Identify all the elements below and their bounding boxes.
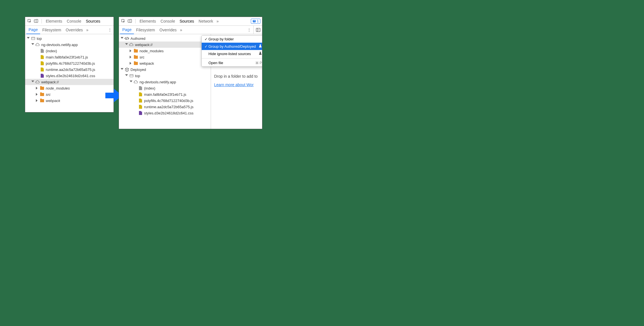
menu-open-file[interactable]: Open file ⌘ P xyxy=(202,59,262,66)
menu-separator xyxy=(202,58,262,58)
tree-node-file[interactable]: runtime.aa2dc5a72b65a575.js xyxy=(119,104,211,110)
tab-sources[interactable]: Sources xyxy=(177,17,196,26)
menu-hide-ignored[interactable]: Hide ignore-listed sources xyxy=(202,50,262,57)
tree-label: main.fa8bfa0e23f1eb71.js xyxy=(144,92,186,97)
tab-elements[interactable]: Elements xyxy=(137,17,158,26)
tree-node-webpack[interactable]: webpack:// xyxy=(119,42,211,48)
kebab-menu-icon[interactable]: ⋮ xyxy=(107,28,112,32)
tree-node-file[interactable]: styles.d3e2b24618d2c641.css xyxy=(25,73,114,79)
tree-node-deployed[interactable]: Deployed xyxy=(119,66,211,73)
menu-label: Group by folder xyxy=(208,37,262,41)
tree-label: (index) xyxy=(46,49,57,53)
tree-label: src xyxy=(46,92,51,97)
tree-node-file[interactable]: main.fa8bfa0e23f1eb71.js xyxy=(25,54,114,60)
context-menu: ✓ Group by folder ✓ Group by Authored/De… xyxy=(201,35,262,67)
tree-node-file[interactable]: polyfills.4c768d7122740d3b.js xyxy=(25,60,114,66)
sources-subtoolbar: Page Filesystem Overrides » ⋮ xyxy=(25,26,114,34)
tree-label: webpack xyxy=(46,99,60,103)
tree-label: styles.d3e2b24618d2c641.css xyxy=(46,74,95,78)
tab-sources[interactable]: Sources xyxy=(84,17,103,26)
issues-badge[interactable]: 1 xyxy=(251,19,260,24)
tree-node-file[interactable]: (index) xyxy=(119,85,211,91)
tree-label: Authored xyxy=(130,36,145,41)
subtab-filesystem[interactable]: Filesystem xyxy=(134,26,157,34)
menu-group-by-authored[interactable]: ✓ Group by Authored/Deployed xyxy=(202,43,262,50)
subtab-page[interactable]: Page xyxy=(26,26,40,34)
tree-label: top xyxy=(135,74,140,78)
tree-label: styles.d3e2b24618d2c641.css xyxy=(144,111,193,115)
check-icon: ✓ xyxy=(204,44,208,49)
tree-node-authored[interactable]: Authored xyxy=(119,35,211,42)
tree-node-top[interactable]: top xyxy=(119,73,211,79)
devtools-panel-right: Elements Console Sources Network » 1 Pag… xyxy=(119,17,262,129)
tree-node-folder[interactable]: webpack xyxy=(25,97,114,104)
main-toolbar: Elements Console Sources Network » 1 xyxy=(119,17,262,26)
flask-icon xyxy=(259,44,262,49)
file-tree-left: top ng-devtools.netlify.app (index) main… xyxy=(25,34,114,105)
tab-elements[interactable]: Elements xyxy=(43,17,64,26)
tree-node-file[interactable]: runtime.aa2dc5a72b65a575.js xyxy=(25,66,114,73)
svg-rect-5 xyxy=(130,19,132,23)
tree-node-webpack[interactable]: webpack:// xyxy=(25,79,114,85)
tree-node-file[interactable]: polyfills.4c768d7122740d3b.js xyxy=(119,97,211,104)
issues-count: 1 xyxy=(257,19,259,23)
more-tabs-icon[interactable]: » xyxy=(86,28,88,32)
more-tabs-icon[interactable]: » xyxy=(216,19,219,23)
toolbar-divider xyxy=(135,19,136,23)
tree-node-folder[interactable]: node_modules xyxy=(119,48,211,54)
tree-label: polyfills.4c768d7122740d3b.js xyxy=(46,61,95,66)
learn-more-link[interactable]: Learn more about Wor xyxy=(214,82,254,87)
tree-node-file[interactable]: (index) xyxy=(25,48,114,54)
tab-network[interactable]: Network xyxy=(196,17,215,26)
tree-node-domain[interactable]: ng-devtools.netlify.app xyxy=(25,42,114,48)
subtab-overrides[interactable]: Overrides xyxy=(157,26,179,34)
tree-node-folder[interactable]: node_modules xyxy=(25,85,114,91)
tree-label: node_modules xyxy=(140,49,164,53)
tree-label: runtime.aa2dc5a72b65a575.js xyxy=(144,105,193,109)
tree-node-folder[interactable]: webpack xyxy=(119,60,211,66)
tree-label: src xyxy=(140,55,144,59)
toggle-navigator-icon[interactable] xyxy=(255,28,261,32)
tree-node-folder[interactable]: src xyxy=(119,54,211,60)
menu-label: Group by Authored/Deployed xyxy=(208,44,259,49)
tree-label: webpack:// xyxy=(135,43,153,47)
file-tree-right: Authored webpack:// node_modules src web… xyxy=(119,34,211,129)
main-toolbar: Elements Console Sources xyxy=(25,17,114,26)
drop-hint-text: Drop in a folder to add to xyxy=(214,74,259,79)
subtab-filesystem[interactable]: Filesystem xyxy=(40,26,64,34)
tree-label: Deployed xyxy=(130,68,146,72)
subtab-page[interactable]: Page xyxy=(120,26,134,34)
menu-label: Hide ignore-listed sources xyxy=(208,52,259,56)
inspect-icon[interactable] xyxy=(121,18,126,24)
tree-label: node_modules xyxy=(46,86,70,90)
more-tabs-icon[interactable]: » xyxy=(180,28,182,32)
sources-subtoolbar: Page Filesystem Overrides » ⋮ xyxy=(119,26,262,34)
tree-node-folder[interactable]: src xyxy=(25,91,114,97)
tab-console[interactable]: Console xyxy=(158,17,177,26)
menu-label: Open file xyxy=(208,61,255,65)
tab-console[interactable]: Console xyxy=(64,17,83,26)
tree-node-file[interactable]: styles.d3e2b24618d2c641.css xyxy=(119,110,211,116)
check-icon: ✓ xyxy=(204,37,208,41)
flask-icon xyxy=(259,51,262,56)
tree-label: runtime.aa2dc5a72b65a575.js xyxy=(46,68,95,72)
kebab-menu-icon[interactable]: ⋮ xyxy=(247,28,252,32)
tree-label: ng-devtools.netlify.app xyxy=(140,80,176,84)
device-icon[interactable] xyxy=(127,18,133,24)
inspect-icon[interactable] xyxy=(27,18,32,24)
menu-shortcut: ⌘ P xyxy=(255,61,262,65)
tree-label: webpack:// xyxy=(41,80,59,84)
tree-node-file[interactable]: main.fa8bfa0e23f1eb71.js xyxy=(119,91,211,97)
tree-label: top xyxy=(37,36,42,41)
tree-node-domain[interactable]: ng-devtools.netlify.app xyxy=(119,79,211,85)
menu-group-by-folder[interactable]: ✓ Group by folder xyxy=(202,36,262,43)
tree-node-top[interactable]: top xyxy=(25,35,114,42)
tree-label: main.fa8bfa0e23f1eb71.js xyxy=(46,55,88,59)
tree-label: polyfills.4c768d7122740d3b.js xyxy=(144,99,193,103)
svg-rect-2 xyxy=(36,19,38,23)
toolbar-divider xyxy=(42,19,42,23)
subtab-overrides[interactable]: Overrides xyxy=(64,26,85,34)
device-icon[interactable] xyxy=(33,18,39,24)
tree-label: webpack xyxy=(140,61,154,66)
devtools-panel-left: Elements Console Sources Page Filesystem… xyxy=(25,17,114,112)
